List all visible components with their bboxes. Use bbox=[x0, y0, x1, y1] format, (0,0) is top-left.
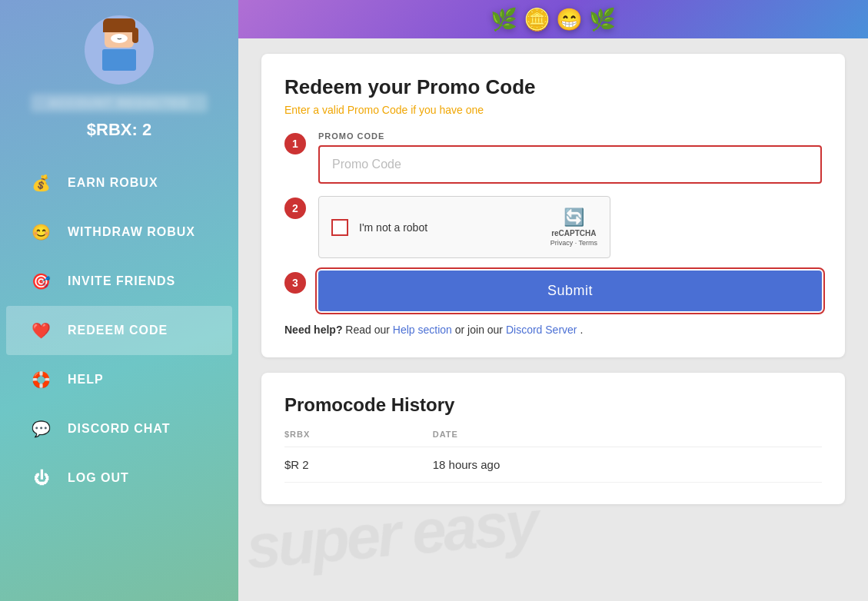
avatar: ⌣ bbox=[85, 15, 154, 85]
sidebar: ⌣ ACCOUNT REDACTED $RBX: 2 💰EARN ROBUX😊W… bbox=[0, 0, 238, 601]
step-2-content: I'm not a robot 🔄 reCAPTCHA Privacy · Te… bbox=[318, 196, 822, 258]
avatar-figure: ⌣ bbox=[96, 23, 142, 77]
rbx-balance: $RBX: 2 bbox=[87, 120, 151, 140]
withdraw-robux-icon: 😊 bbox=[29, 220, 54, 244]
earn-robux-label: EARN ROBUX bbox=[68, 176, 158, 190]
help-label: HELP bbox=[68, 373, 104, 387]
sidebar-item-log-out[interactable]: ⏻LOG OUT bbox=[6, 453, 232, 503]
history-title: Promocode History bbox=[284, 394, 822, 416]
avatar-body bbox=[102, 49, 136, 71]
table-row: $R 218 hours ago bbox=[284, 447, 822, 483]
step-3-badge: 3 bbox=[284, 272, 306, 294]
history-table: $RBX DATE $R 218 hours ago bbox=[284, 430, 822, 483]
captcha-checkbox[interactable] bbox=[331, 219, 348, 236]
step-1-badge: 1 bbox=[284, 133, 306, 154]
captcha-left: I'm not a robot bbox=[331, 219, 427, 236]
help-section-link[interactable]: Help section bbox=[393, 324, 452, 336]
recaptcha-logo-icon: 🔄 bbox=[564, 208, 584, 227]
step-2-badge: 2 bbox=[284, 198, 306, 219]
sidebar-item-invite-friends[interactable]: 🎯INVITE FRIENDS bbox=[6, 257, 232, 306]
history-rbx-cell: $R 2 bbox=[284, 447, 433, 483]
sidebar-item-discord-chat[interactable]: 💬DISCORD CHAT bbox=[6, 404, 232, 453]
step-1-content: PROMO CODE bbox=[318, 131, 822, 184]
avatar-head: ⌣ bbox=[105, 23, 134, 48]
help-bold: Need help? bbox=[284, 324, 342, 336]
sidebar-item-help[interactable]: 🛟HELP bbox=[6, 355, 232, 404]
redeem-card: Redeem your Promo Code Enter a valid Pro… bbox=[261, 54, 845, 357]
avatar-smile: ⌣ bbox=[117, 34, 122, 43]
log-out-icon: ⏻ bbox=[29, 466, 54, 490]
main-content: 🌿 🪙 😁 🌿 Redeem your Promo Code Enter a v… bbox=[238, 0, 868, 601]
captcha-links: Privacy · Terms bbox=[550, 239, 597, 247]
sidebar-item-redeem-code[interactable]: ❤️REDEEM CODE bbox=[6, 306, 232, 355]
help-text-suffix: . bbox=[580, 324, 583, 336]
captcha-box: I'm not a robot 🔄 reCAPTCHA Privacy · Te… bbox=[318, 196, 610, 258]
avatar-hair-side bbox=[132, 28, 138, 43]
captcha-brand: reCAPTCHA bbox=[551, 229, 596, 237]
history-card: Promocode History $RBX DATE $R 218 hours… bbox=[261, 373, 845, 504]
step-1-row: 1 PROMO CODE bbox=[284, 131, 822, 184]
banner-decorations: 🌿 🪙 😁 🌿 bbox=[491, 7, 616, 32]
redeem-code-icon: ❤️ bbox=[29, 318, 54, 343]
col-rbx-header: $RBX bbox=[284, 430, 433, 447]
log-out-label: LOG OUT bbox=[68, 471, 129, 485]
help-text-or: or join our bbox=[455, 324, 506, 336]
redeem-code-label: REDEEM CODE bbox=[68, 324, 168, 337]
captcha-label: I'm not a robot bbox=[359, 221, 427, 234]
step-3-content: Submit bbox=[318, 271, 822, 311]
discord-chat-label: DISCORD CHAT bbox=[68, 422, 170, 436]
avatar-hair bbox=[103, 18, 135, 32]
withdraw-robux-label: WITHDRAW ROBUX bbox=[68, 225, 195, 239]
col-date-header: DATE bbox=[433, 430, 822, 447]
captcha-right: 🔄 reCAPTCHA Privacy · Terms bbox=[550, 208, 597, 247]
discord-chat-icon: 💬 bbox=[29, 417, 54, 441]
redeem-title: Redeem your Promo Code bbox=[284, 75, 822, 99]
discord-server-link[interactable]: Discord Server bbox=[506, 324, 577, 336]
redeem-subtitle: Enter a valid Promo Code if you have one bbox=[284, 104, 822, 116]
help-icon: 🛟 bbox=[29, 367, 54, 392]
history-date-cell: 18 hours ago bbox=[433, 447, 822, 483]
sidebar-item-withdraw-robux[interactable]: 😊WITHDRAW ROBUX bbox=[6, 208, 232, 257]
invite-friends-label: INVITE FRIENDS bbox=[68, 274, 175, 288]
sidebar-nav: 💰EARN ROBUX😊WITHDRAW ROBUX🎯INVITE FRIEND… bbox=[0, 158, 238, 503]
username-display: ACCOUNT REDACTED bbox=[31, 94, 208, 112]
sidebar-item-earn-robux[interactable]: 💰EARN ROBUX bbox=[6, 158, 232, 208]
promo-code-input[interactable] bbox=[318, 145, 822, 184]
avatar-face: ⌣ bbox=[111, 34, 128, 43]
promo-code-label: PROMO CODE bbox=[318, 131, 822, 141]
submit-button[interactable]: Submit bbox=[318, 271, 822, 311]
step-3-row: 3 Submit bbox=[284, 271, 822, 311]
content-area: Redeem your Promo Code Enter a valid Pro… bbox=[238, 38, 868, 520]
step-2-row: 2 I'm not a robot 🔄 reCAPTCHA Privacy · … bbox=[284, 196, 822, 258]
earn-robux-icon: 💰 bbox=[29, 171, 54, 195]
invite-friends-icon: 🎯 bbox=[29, 269, 54, 294]
help-text: Need help? Read our Help section or join… bbox=[284, 324, 822, 336]
help-text-middle: Read our bbox=[345, 324, 392, 336]
top-banner: 🌿 🪙 😁 🌿 bbox=[238, 0, 868, 38]
